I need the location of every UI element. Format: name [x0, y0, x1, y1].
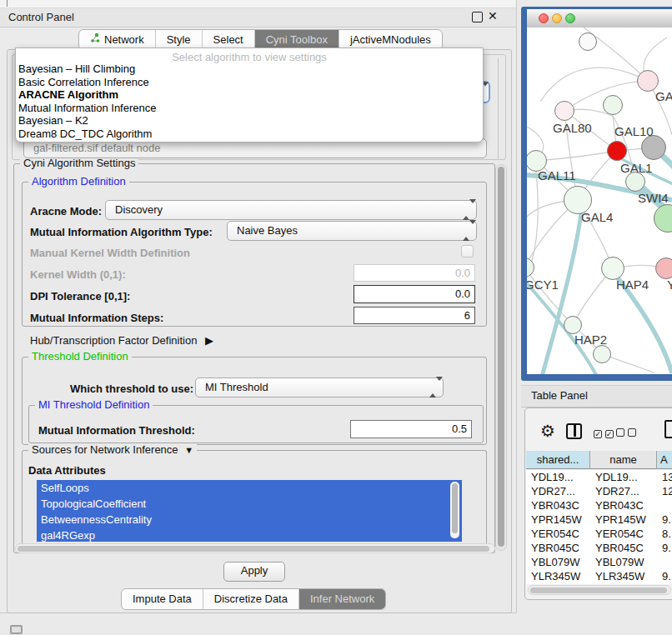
column-header-name[interactable]: name: [590, 451, 657, 469]
table-row[interactable]: YBR043CYBR043C: [526, 498, 672, 512]
table-row[interactable]: YIL052CYIL052C9: [526, 583, 672, 584]
tab-impute-data[interactable]: Impute Data: [122, 589, 203, 609]
table-cell[interactable]: YBL079W: [590, 555, 657, 569]
sources-title-label: Sources for Network Inference: [32, 443, 178, 456]
network-node[interactable]: [564, 316, 582, 334]
table-row[interactable]: YBR045CYBR045C9.: [526, 541, 672, 555]
split-columns-icon[interactable]: [566, 423, 582, 439]
list-scrollbar[interactable]: [450, 482, 459, 538]
dpi-tolerance-field[interactable]: 0.0: [354, 285, 475, 303]
docked-panel-icon[interactable]: [10, 625, 23, 634]
table-cell[interactable]: YLR345W: [590, 569, 657, 583]
dropdown-item[interactable]: Bayesian – Hill Climbing: [16, 62, 483, 76]
data-attributes-list[interactable]: SelfLoops TopologicalCoefficient Between…: [37, 480, 462, 542]
sources-title[interactable]: Sources for Network Inference ▼: [28, 444, 197, 456]
gear-icon[interactable]: ⚙: [540, 421, 555, 441]
dropdown-prompt: Select algorithm to view settings: [16, 48, 483, 62]
dropdown-item[interactable]: Basic Correlation Inference: [16, 76, 483, 89]
which-threshold-combo[interactable]: MI Threshold: [195, 378, 444, 398]
settings-hscrollbar-thumb[interactable]: [18, 546, 489, 552]
table-row[interactable]: YBL079WYBL079W: [526, 555, 672, 569]
table-cell[interactable]: YLR345W: [526, 569, 590, 583]
new-table-icon[interactable]: [664, 420, 672, 438]
aracne-mode-combo[interactable]: Discovery: [105, 200, 477, 220]
column-header-cut[interactable]: A: [657, 451, 672, 469]
dropdown-item[interactable]: Mutual Information Inference: [16, 102, 483, 115]
table-cell[interactable]: YPR145W: [590, 512, 657, 527]
dropdown-item-selected[interactable]: ARACNE Algorithm: [16, 88, 483, 102]
network-window-titlebar[interactable]: [527, 9, 672, 28]
table-row[interactable]: YPR145WYPR145W9.: [526, 512, 672, 527]
settings-scrollbar-thumb[interactable]: [498, 167, 504, 547]
zoom-traffic-light[interactable]: [565, 13, 575, 23]
table-cell[interactable]: YBR043C: [590, 498, 657, 512]
table-cell[interactable]: YDR27...: [590, 484, 657, 498]
settings-scrollbar[interactable]: [495, 164, 507, 551]
table-cell[interactable]: YIL052C: [526, 583, 590, 584]
table-cell[interactable]: YER054C: [526, 527, 590, 541]
table-hscrollbar[interactable]: [528, 585, 671, 595]
table-cell[interactable]: 8.: [657, 527, 672, 541]
network-node[interactable]: [607, 141, 627, 161]
table-cell[interactable]: 12: [657, 484, 672, 498]
network-node[interactable]: [579, 32, 597, 51]
table-cell[interactable]: 9.: [657, 512, 672, 527]
minimize-traffic-light[interactable]: [552, 13, 562, 23]
network-node[interactable]: [554, 101, 574, 121]
table-hscrollbar-thumb[interactable]: [530, 588, 667, 593]
network-node[interactable]: [641, 135, 666, 160]
tab-infer-network[interactable]: Infer Network: [298, 589, 385, 609]
table-cell[interactable]: YBL079W: [526, 555, 590, 569]
table-cell[interactable]: YDR27...: [526, 484, 590, 498]
table-cell[interactable]: 9.: [657, 569, 672, 583]
mi-type-combo[interactable]: Naive Bayes: [227, 221, 477, 241]
list-item[interactable]: SelfLoops: [37, 480, 462, 496]
manual-kernel-checkbox[interactable]: [461, 245, 474, 258]
table-cell[interactable]: 13: [657, 470, 672, 484]
tab-discretize-data[interactable]: Discretize Data: [203, 589, 298, 609]
caret-tick: [7, 0, 8, 7]
mi-steps-field[interactable]: 6: [354, 307, 475, 324]
select-all-columns-icon[interactable]: ✓ ✓: [594, 427, 614, 439]
data-attributes-label: Data Attributes: [28, 464, 106, 477]
table-row[interactable]: YLR345WYLR345W9.: [526, 569, 672, 583]
kernel-width-field[interactable]: 0.0: [354, 264, 475, 282]
close-traffic-light[interactable]: [539, 13, 549, 23]
table-cell[interactable]: 9.: [657, 541, 672, 555]
float-panel-icon[interactable]: [472, 12, 483, 22]
list-item[interactable]: BetweennessCentrality: [37, 512, 462, 528]
table-cell[interactable]: YBR043C: [526, 498, 590, 512]
network-node[interactable]: [603, 95, 623, 115]
table-cell[interactable]: YPR145W: [526, 512, 590, 527]
table-cell[interactable]: YDL19...: [590, 470, 657, 484]
list-item[interactable]: TopologicalCoefficient: [37, 496, 462, 512]
table-cell[interactable]: [657, 498, 672, 512]
close-panel-icon[interactable]: ✕: [488, 9, 498, 22]
list-scrollbar-thumb[interactable]: [452, 483, 458, 533]
table-cell[interactable]: YER054C: [590, 527, 657, 541]
deselect-all-columns-icon[interactable]: [616, 427, 636, 439]
mi-threshold-field[interactable]: 0.5: [350, 420, 472, 438]
network-node[interactable]: [601, 257, 624, 280]
network-canvas[interactable]: GAL GAL80 GAL10 GAL1 GAL11 SWI4 GAL4 GCY…: [527, 28, 672, 374]
hub-definition-toggle[interactable]: Hub/Transcription Factor Definition ▶: [30, 334, 213, 347]
network-node[interactable]: [655, 258, 672, 279]
table-cell[interactable]: 9: [657, 583, 672, 584]
table-cell[interactable]: YBR045C: [526, 541, 590, 555]
dropdown-item[interactable]: Dream8 DC_TDC Algorithm: [16, 128, 483, 141]
table-cell[interactable]: [657, 555, 672, 569]
table-cell[interactable]: YBR045C: [590, 541, 657, 555]
bottom-tabbar: Impute Data Discretize Data Infer Networ…: [121, 588, 386, 610]
network-node[interactable]: [593, 345, 611, 363]
table-row[interactable]: YDL19...YDL19...13: [526, 470, 672, 484]
apply-button[interactable]: Apply: [223, 562, 285, 582]
table-row[interactable]: YDR27...YDR27...12: [526, 484, 672, 498]
column-header-shared-name[interactable]: shared...: [526, 451, 590, 469]
list-item[interactable]: gal4RGexp: [37, 528, 462, 542]
table-row[interactable]: YER054CYER054C8.: [526, 527, 672, 541]
settings-hscrollbar[interactable]: [15, 543, 495, 553]
table-cell[interactable]: YIL052C: [590, 583, 657, 584]
dropdown-item[interactable]: Bayesian – K2: [16, 114, 483, 128]
combo-arrows-icon: [463, 201, 469, 219]
table-cell[interactable]: YDL19...: [526, 470, 590, 484]
